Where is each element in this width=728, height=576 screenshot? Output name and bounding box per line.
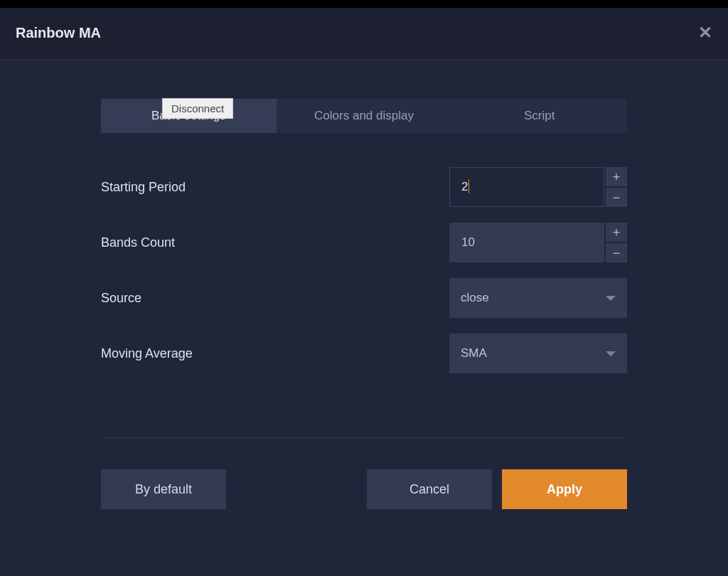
dialog-header: Rainbow MA ✕ <box>0 8 728 59</box>
by-default-button[interactable]: By default <box>101 469 226 509</box>
tab-script[interactable]: Script <box>451 99 627 133</box>
fields: Starting Period 2 + − Bands Count <box>101 167 627 373</box>
app-topbar <box>0 0 728 8</box>
close-icon[interactable]: ✕ <box>698 24 712 41</box>
plus-icon[interactable]: + <box>606 167 627 186</box>
label-starting-period: Starting Period <box>101 180 449 195</box>
moving-average-select[interactable]: SMA <box>449 334 627 373</box>
bands-count-input[interactable]: 10 <box>449 223 604 262</box>
field-bands-count: Bands Count 10 + − <box>101 223 627 262</box>
text-cursor <box>469 179 469 193</box>
divider <box>101 437 627 438</box>
dialog-body: Disconnect Basic settings Colors and dis… <box>0 59 728 576</box>
starting-period-stepper: + − <box>606 167 627 207</box>
disconnect-tooltip: Disconnect <box>162 98 233 119</box>
apply-button[interactable]: Apply <box>502 469 627 509</box>
settings-dialog: Rainbow MA ✕ Disconnect Basic settings C… <box>0 8 728 576</box>
source-select-value: close <box>461 291 489 305</box>
plus-icon[interactable]: + <box>606 223 627 242</box>
field-source: Source close <box>101 278 627 318</box>
label-source: Source <box>101 291 449 306</box>
label-moving-average: Moving Average <box>101 346 449 361</box>
field-moving-average: Moving Average SMA <box>101 334 627 373</box>
field-starting-period: Starting Period 2 + − <box>101 167 627 207</box>
cancel-button[interactable]: Cancel <box>367 469 492 509</box>
chevron-down-icon <box>606 296 616 301</box>
label-bands-count: Bands Count <box>101 235 449 250</box>
moving-average-select-value: SMA <box>461 346 487 361</box>
source-select[interactable]: close <box>449 278 627 318</box>
starting-period-input[interactable]: 2 <box>449 167 604 207</box>
chevron-down-icon <box>606 351 616 356</box>
bands-count-stepper: + − <box>606 223 627 262</box>
dialog-title: Rainbow MA <box>16 25 101 41</box>
dialog-footer: By default Cancel Apply <box>101 469 627 509</box>
tab-colors-display[interactable]: Colors and display <box>277 99 452 133</box>
minus-icon[interactable]: − <box>606 243 627 262</box>
minus-icon[interactable]: − <box>606 188 627 207</box>
